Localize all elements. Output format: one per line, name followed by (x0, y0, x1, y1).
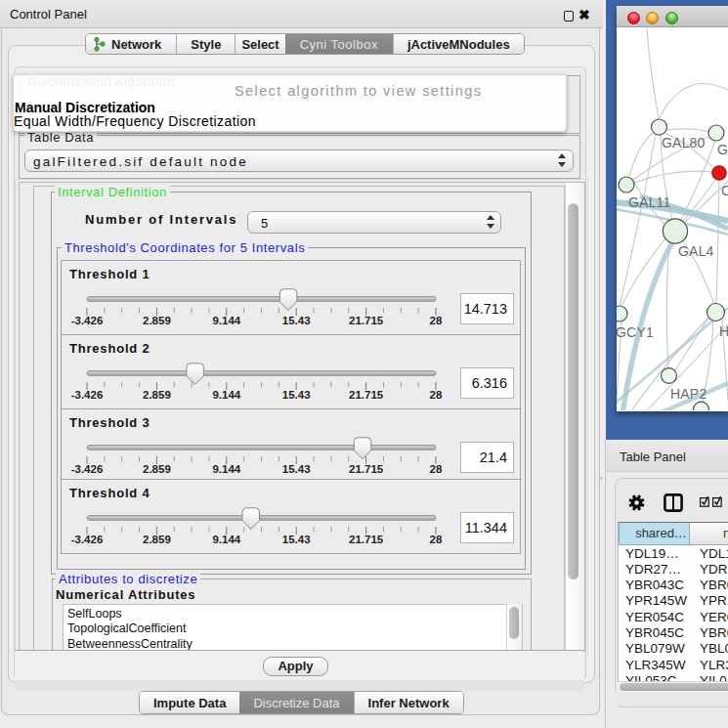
svg-text:-3.426: -3.426 (71, 463, 104, 475)
svg-text:HAP2: HAP2 (670, 386, 707, 402)
svg-text:2.859: 2.859 (143, 534, 171, 545)
svg-text:9.144: 9.144 (212, 463, 240, 475)
svg-text:GAL80: GAL80 (662, 135, 706, 150)
svg-text:28: 28 (430, 463, 443, 475)
svg-text:H: H (719, 323, 728, 339)
svg-text:9.144: 9.144 (212, 315, 240, 326)
svg-text:15.43: 15.43 (282, 315, 311, 326)
svg-text:-3.426: -3.426 (71, 315, 104, 326)
svg-text:21.715: 21.715 (349, 315, 384, 326)
svg-text:GAL11: GAL11 (628, 194, 671, 210)
svg-text:2.859: 2.859 (143, 389, 171, 401)
svg-text:28: 28 (430, 315, 443, 326)
svg-text:21.715: 21.715 (349, 534, 384, 545)
svg-text:15.43: 15.43 (282, 463, 311, 475)
svg-text:21.715: 21.715 (349, 389, 384, 401)
svg-text:21.715: 21.715 (349, 463, 384, 475)
svg-text:28: 28 (430, 389, 443, 401)
svg-text:15.43: 15.43 (282, 389, 311, 401)
svg-text:9.144: 9.144 (212, 534, 240, 545)
svg-text:-3.426: -3.426 (71, 534, 104, 545)
svg-text:-3.426: -3.426 (71, 389, 104, 401)
svg-text:15.43: 15.43 (282, 534, 311, 545)
svg-text:2.859: 2.859 (143, 315, 171, 326)
svg-text:GCY1: GCY1 (617, 324, 654, 340)
svg-text:GAL4: GAL4 (678, 243, 714, 259)
svg-text:GA: GA (717, 142, 728, 157)
svg-text:2.859: 2.859 (143, 463, 171, 475)
svg-text:C: C (721, 183, 728, 198)
svg-text:9.144: 9.144 (212, 389, 240, 401)
svg-text:28: 28 (430, 534, 443, 545)
